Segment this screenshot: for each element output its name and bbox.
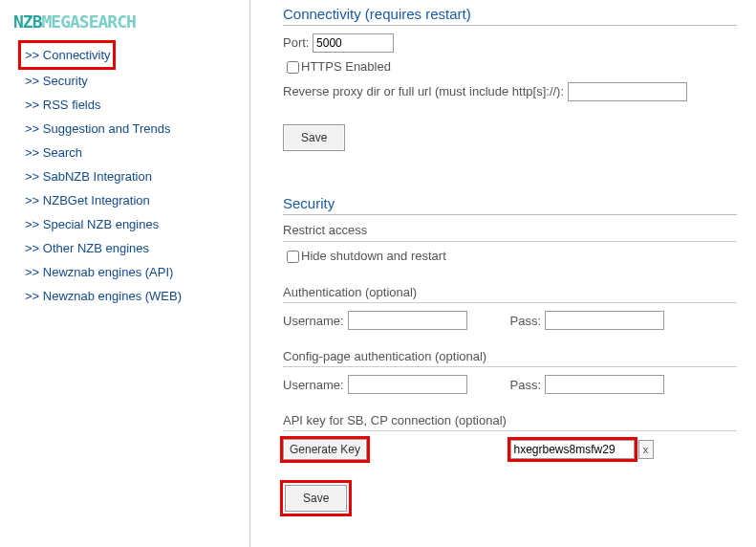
auth-pass-label: Pass: [510,314,542,328]
security-heading: Security [283,195,737,215]
sidebar-item-search[interactable]: >> Search [6,141,249,164]
https-label: HTTPS Enabled [301,59,391,74]
auth-username-input[interactable] [348,311,467,330]
restrict-label: Restrict access [283,223,737,242]
generate-key-button[interactable]: Generate Key [283,439,367,460]
hide-label: Hide shutdown and restart [301,249,446,263]
sidebar-item-newznab-api[interactable]: >> Newznab engines (API) [6,260,249,284]
sidebar-item-nzbget-integration[interactable]: >> NZBGet Integration [6,188,249,212]
api-key-input[interactable] [510,440,635,459]
port-label: Port: [283,35,309,50]
api-row: Generate Key x [283,439,737,460]
clear-api-key-button[interactable]: x [638,440,654,459]
security-save-button[interactable]: Save [285,485,347,512]
sidebar-item-special-nzb-engines[interactable]: >> Special NZB engines [6,212,249,236]
sidebar: NZBMEGASEARCH >> Connectivity >> Securit… [0,0,250,547]
sidebar-item-connectivity[interactable]: >> Connectivity [21,43,113,67]
cfg-auth-row: Username: Pass: [283,375,737,394]
hide-checkbox[interactable] [287,251,299,263]
port-row: Port: [283,33,737,53]
sidebar-item-newznab-web[interactable]: >> Newznab engines (WEB) [6,284,249,308]
sidebar-item-suggestion-and-trends[interactable]: >> Suggestion and Trends [6,117,249,141]
cfg-pass-input[interactable] [545,375,664,394]
reverse-row: Reverse proxy dir or full url (must incl… [283,82,737,101]
cfg-pass-label: Pass: [510,378,542,392]
auth-heading: Authentication (optional) [283,285,737,303]
logo: NZBMEGASEARCH [13,11,249,32]
hide-row: Hide shutdown and restart [283,248,737,266]
cfg-auth-heading: Config-page authentication (optional) [283,349,737,367]
auth-pass-input[interactable] [545,311,664,330]
api-heading: API key for SB, CP connection (optional) [283,413,737,431]
https-checkbox[interactable] [287,61,299,74]
connectivity-save-button[interactable]: Save [283,124,345,151]
sidebar-item-other-nzb-engines[interactable]: >> Other NZB engines [6,236,249,260]
logo-part2: MEGASEARCH [42,11,136,32]
sidebar-item-rss-fields[interactable]: >> RSS fields [6,93,249,117]
reverse-label: Reverse proxy dir or full url (must incl… [283,84,564,98]
https-row: HTTPS Enabled [283,58,737,77]
cfg-username-label: Username: [283,378,344,392]
reverse-input[interactable] [568,82,687,101]
auth-username-label: Username: [283,314,344,328]
sidebar-item-sabnzb-integration[interactable]: >> SabNZB Integration [6,164,249,188]
cfg-username-input[interactable] [348,375,467,394]
main-content: Connectivity (requires restart) Port: HT… [250,0,756,547]
logo-part1: NZB [13,11,42,32]
port-input[interactable] [313,33,394,53]
nav: >> Connectivity >> Security >> RSS field… [0,43,249,308]
sidebar-item-security[interactable]: >> Security [6,69,249,93]
auth-row: Username: Pass: [283,311,737,330]
connectivity-heading: Connectivity (requires restart) [283,6,737,26]
